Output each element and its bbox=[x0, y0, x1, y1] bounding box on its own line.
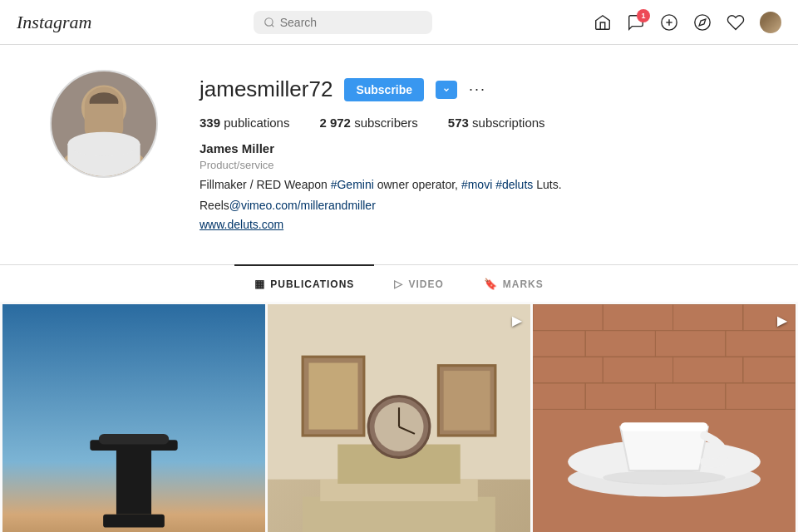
home-icon-btn[interactable] bbox=[594, 13, 612, 32]
profile-top: jamesmiller72 Subscribe ··· 339 publicat… bbox=[50, 70, 748, 231]
profile-tabs: ▦ PUBLICATIONS ▷ VIDEO 🔖 MARKS bbox=[0, 264, 798, 302]
tab-publications[interactable]: ▦ PUBLICATIONS bbox=[234, 264, 374, 302]
profile-stats: 339 publications 2 972 subscribers 573 s… bbox=[200, 116, 748, 130]
profile-username-row: jamesmiller72 Subscribe ··· bbox=[200, 76, 748, 102]
tab-publications-label: PUBLICATIONS bbox=[270, 278, 354, 290]
stat-subscribers: 2 972 subscribers bbox=[319, 116, 417, 130]
bio-vimeo-link[interactable]: @vimeo.com/millerandmiller bbox=[229, 199, 376, 212]
user-avatar-small bbox=[760, 12, 781, 33]
user-avatar-btn[interactable] bbox=[760, 12, 781, 33]
subscribers-label: subscribers bbox=[354, 116, 418, 130]
grid-item-1[interactable]: ♥ 142 bbox=[2, 304, 265, 532]
profile-category: Product/service bbox=[200, 159, 748, 171]
tab-marks-label: MARKS bbox=[503, 278, 544, 290]
svg-marker-6 bbox=[699, 19, 706, 26]
subscribe-dropdown-button[interactable] bbox=[436, 81, 457, 99]
bio-link-deluts[interactable]: #deluts bbox=[495, 178, 533, 191]
search-icon bbox=[264, 17, 275, 28]
tab-video-label: VIDEO bbox=[408, 278, 443, 290]
svg-rect-12 bbox=[85, 104, 124, 136]
activity-icon-btn[interactable]: 1 bbox=[627, 13, 645, 32]
site-header: Instagram 1 bbox=[0, 0, 798, 45]
publications-count: 339 bbox=[200, 116, 220, 130]
tab-marks[interactable]: 🔖 MARKS bbox=[464, 264, 564, 302]
profile-website[interactable]: www.deluts.com bbox=[200, 218, 748, 231]
svg-point-15 bbox=[67, 132, 140, 156]
grid-item-2[interactable]: ▶ ♥ 87 bbox=[268, 304, 530, 532]
website-link[interactable]: www.deluts.com bbox=[200, 218, 283, 231]
video-icon: ▷ bbox=[394, 278, 403, 290]
heart-icon-btn[interactable] bbox=[727, 13, 745, 32]
subscribe-button[interactable]: Subscribe bbox=[344, 78, 424, 101]
grid-icon: ▦ bbox=[254, 278, 265, 290]
svg-line-1 bbox=[271, 24, 273, 27]
chevron-down-icon bbox=[442, 86, 451, 94]
subscriptions-count: 573 bbox=[448, 116, 469, 130]
grid-item-3[interactable]: ▶ ♥ 203 bbox=[533, 304, 796, 532]
header-nav-icons: 1 bbox=[594, 12, 781, 33]
add-icon bbox=[660, 13, 678, 32]
photo-grid: ♥ 142 bbox=[2, 304, 796, 532]
profile-bio-line2: Reels@vimeo.com/millerandmiller bbox=[200, 197, 748, 214]
svg-point-5 bbox=[695, 14, 710, 29]
publications-label: publications bbox=[224, 116, 289, 130]
svg-point-0 bbox=[264, 17, 272, 25]
profile-bio-line1: Fillmaker / RED Weapon #Gemini owner ope… bbox=[200, 176, 748, 194]
photo-grid-container: ♥ 142 bbox=[0, 302, 798, 532]
add-icon-btn[interactable] bbox=[660, 13, 678, 32]
heart-icon bbox=[727, 13, 745, 32]
avatar-image bbox=[52, 70, 156, 178]
profile-full-name: James Miller bbox=[200, 141, 748, 155]
profile-info: jamesmiller72 Subscribe ··· 339 publicat… bbox=[200, 70, 748, 231]
bio-link-movi[interactable]: #movi bbox=[461, 178, 492, 191]
profile-avatar-wrapper bbox=[50, 70, 158, 178]
site-logo: Instagram bbox=[17, 12, 91, 33]
activity-badge: 1 bbox=[637, 9, 650, 22]
profile-avatar bbox=[50, 70, 158, 178]
search-input[interactable] bbox=[280, 16, 422, 29]
subscribers-count: 2 972 bbox=[319, 116, 351, 130]
compass-icon bbox=[693, 13, 712, 32]
tab-video[interactable]: ▷ VIDEO bbox=[374, 264, 463, 302]
home-icon bbox=[594, 13, 612, 32]
bookmark-icon: 🔖 bbox=[484, 278, 498, 290]
compass-icon-btn[interactable] bbox=[693, 13, 712, 32]
bio-link-gemini[interactable]: #Gemini bbox=[331, 178, 374, 191]
profile-username: jamesmiller72 bbox=[200, 76, 332, 102]
profile-section: jamesmiller72 Subscribe ··· 339 publicat… bbox=[0, 45, 798, 264]
search-bar[interactable] bbox=[254, 11, 432, 34]
stat-publications: 339 publications bbox=[200, 116, 289, 130]
more-options-button[interactable]: ··· bbox=[469, 81, 486, 98]
stat-subscriptions: 573 subscriptions bbox=[448, 116, 545, 130]
subscriptions-label: subscriptions bbox=[472, 116, 545, 130]
